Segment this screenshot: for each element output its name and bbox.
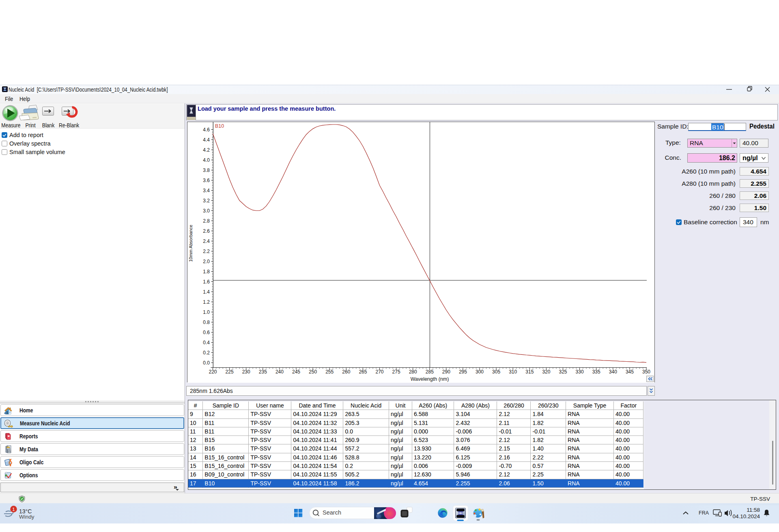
svg-text:250: 250 bbox=[309, 369, 317, 375]
svg-text:310: 310 bbox=[509, 369, 517, 375]
svg-text:315: 315 bbox=[525, 369, 534, 375]
svg-text:3.6: 3.6 bbox=[203, 178, 210, 183]
svg-text:0.8: 0.8 bbox=[203, 320, 210, 325]
svg-text:255: 255 bbox=[325, 369, 334, 375]
svg-text:1.4: 1.4 bbox=[203, 289, 210, 295]
svg-text:0.2: 0.2 bbox=[203, 350, 210, 356]
svg-text:1.6: 1.6 bbox=[203, 279, 210, 285]
svg-text:225: 225 bbox=[226, 369, 234, 375]
svg-text:285: 285 bbox=[426, 369, 434, 375]
svg-text:275: 275 bbox=[392, 369, 400, 375]
svg-text:270: 270 bbox=[375, 369, 383, 375]
svg-text:3.4: 3.4 bbox=[203, 188, 210, 193]
svg-text:10mm Absorbance: 10mm Absorbance bbox=[188, 225, 193, 262]
svg-text:265: 265 bbox=[359, 369, 367, 375]
svg-text:3.8: 3.8 bbox=[203, 167, 210, 173]
svg-text:305: 305 bbox=[492, 369, 500, 375]
svg-text:B10: B10 bbox=[215, 123, 224, 129]
svg-text:290: 290 bbox=[442, 369, 450, 375]
svg-text:0.6: 0.6 bbox=[203, 330, 210, 335]
svg-text:1: 1 bbox=[12, 507, 15, 512]
svg-text:345: 345 bbox=[626, 369, 634, 375]
svg-text:330: 330 bbox=[576, 369, 584, 375]
svg-text:350: 350 bbox=[642, 369, 650, 375]
svg-text:320: 320 bbox=[542, 369, 550, 375]
svg-text:300: 300 bbox=[476, 369, 484, 375]
svg-text:260: 260 bbox=[342, 369, 350, 375]
svg-text:1.2: 1.2 bbox=[203, 299, 210, 305]
svg-text:325: 325 bbox=[559, 369, 567, 375]
svg-text:0.4: 0.4 bbox=[203, 340, 210, 345]
svg-text:340: 340 bbox=[609, 369, 617, 375]
svg-text:295: 295 bbox=[459, 369, 467, 375]
svg-text:245: 245 bbox=[292, 369, 300, 375]
svg-text:1.8: 1.8 bbox=[203, 269, 210, 275]
svg-text:2.0: 2.0 bbox=[203, 259, 210, 264]
svg-text:280: 280 bbox=[409, 369, 417, 375]
svg-text:4.2: 4.2 bbox=[203, 147, 210, 153]
svg-text:335: 335 bbox=[592, 369, 600, 375]
svg-text:3.2: 3.2 bbox=[203, 198, 210, 204]
svg-text:240: 240 bbox=[275, 369, 284, 375]
svg-text:220: 220 bbox=[209, 369, 217, 375]
svg-text:4.4: 4.4 bbox=[203, 137, 210, 143]
svg-text:4.0: 4.0 bbox=[203, 157, 210, 163]
svg-text:1.0: 1.0 bbox=[203, 309, 210, 315]
svg-text:2.2: 2.2 bbox=[203, 249, 210, 254]
svg-text:230: 230 bbox=[242, 369, 250, 375]
svg-text:4.6: 4.6 bbox=[203, 127, 210, 133]
svg-text:2.4: 2.4 bbox=[203, 238, 210, 244]
svg-text:2.8: 2.8 bbox=[203, 218, 210, 224]
svg-text:Wavelength (nm): Wavelength (nm) bbox=[411, 376, 449, 382]
svg-text:3.0: 3.0 bbox=[203, 208, 210, 214]
svg-text:0.0: 0.0 bbox=[203, 360, 210, 366]
svg-text:2.6: 2.6 bbox=[203, 228, 210, 234]
svg-text:235: 235 bbox=[259, 369, 267, 375]
